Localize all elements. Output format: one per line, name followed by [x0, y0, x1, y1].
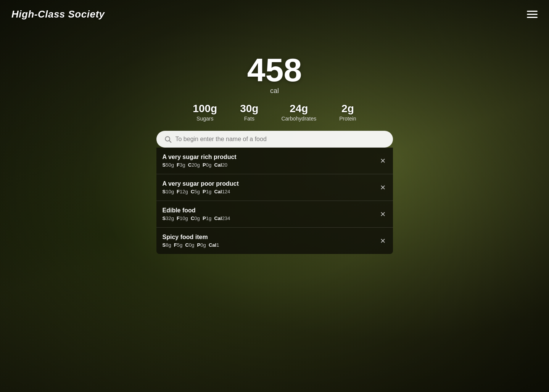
- food-list-item[interactable]: A very sugar poor product S10g F12g C5g …: [156, 174, 393, 201]
- carb-key: C: [191, 215, 194, 221]
- macro-name-fats: Fats: [244, 116, 254, 122]
- sugar-key: S: [163, 242, 166, 248]
- macro-item-protein: 2g Protein: [339, 103, 356, 122]
- menu-button[interactable]: [527, 11, 538, 18]
- hamburger-line-3: [527, 17, 538, 18]
- carb-key: C: [188, 162, 192, 168]
- cal-key: Cal: [214, 215, 222, 221]
- macro-item-sugars: 100g Sugars: [193, 103, 217, 122]
- search-icon: [164, 135, 172, 143]
- fat-key: F: [177, 189, 180, 194]
- food-item-macros: S8g F5g C0g P0g Cal1: [163, 242, 376, 248]
- food-item-name: A very sugar poor product: [163, 180, 376, 187]
- food-item-macros: S32g F10g C0g P1g Cal234: [163, 215, 376, 221]
- sugar-key: S: [163, 162, 166, 168]
- remove-food-button[interactable]: ✕: [378, 156, 388, 165]
- fat-key: F: [177, 162, 180, 168]
- food-list: A very sugar rich product S50g F3g C20g …: [156, 148, 393, 254]
- calorie-display: 458 cal: [247, 53, 302, 95]
- carb-key: C: [185, 242, 189, 248]
- macros-row: 100g Sugars 30g Fats 24g Carbohydrates 2…: [193, 103, 356, 122]
- food-list-item[interactable]: A very sugar rich product S50g F3g C20g …: [156, 148, 393, 174]
- app-title: High-Class Society: [11, 8, 105, 20]
- sugar-key: S: [163, 189, 166, 194]
- carb-key: C: [191, 189, 194, 194]
- food-list-item[interactable]: Edible food S32g F10g C0g P1g Cal234 ✕: [156, 201, 393, 228]
- search-box: [156, 131, 393, 148]
- protein-key: P: [197, 242, 201, 248]
- remove-food-button[interactable]: ✕: [378, 183, 388, 192]
- calorie-number: 458: [247, 53, 302, 86]
- cal-key: Cal: [209, 242, 216, 248]
- svg-line-1: [169, 141, 171, 143]
- macro-value-protein: 2g: [341, 103, 354, 115]
- app-header: High-Class Society: [0, 0, 549, 29]
- food-list-item[interactable]: Spicy food item S8g F5g C0g P0g Cal1 ✕: [156, 228, 393, 254]
- macro-name-sugars: Sugars: [196, 116, 213, 122]
- fat-key: F: [177, 215, 180, 221]
- remove-food-button[interactable]: ✕: [378, 210, 388, 219]
- cal-key: Cal: [214, 162, 222, 168]
- macro-item-carbohydrates: 24g Carbohydrates: [281, 103, 316, 122]
- food-item-name: Edible food: [163, 207, 376, 214]
- macro-value-sugars: 100g: [193, 103, 217, 115]
- cal-key: Cal: [214, 189, 222, 194]
- food-item-name: A very sugar rich product: [163, 154, 376, 161]
- fat-key: F: [174, 242, 177, 248]
- protein-key: P: [203, 162, 206, 168]
- calorie-label: cal: [247, 87, 302, 95]
- protein-key: P: [203, 189, 206, 194]
- remove-food-button[interactable]: ✕: [378, 236, 388, 246]
- macro-name-carbohydrates: Carbohydrates: [281, 116, 316, 122]
- sugar-key: S: [163, 215, 166, 221]
- hamburger-line-2: [527, 14, 538, 15]
- macro-name-protein: Protein: [339, 116, 356, 122]
- protein-key: P: [203, 215, 206, 221]
- main-content: 458 cal 100g Sugars 30g Fats 24g Carbohy…: [156, 53, 393, 254]
- food-item-name: Spicy food item: [163, 234, 376, 241]
- macro-value-carbohydrates: 24g: [290, 103, 308, 115]
- food-item-macros: S50g F3g C20g P0g Cal20: [163, 162, 376, 168]
- food-item-macros: S10g F12g C5g P1g Cal124: [163, 189, 376, 194]
- search-input[interactable]: [175, 136, 385, 143]
- macro-value-fats: 30g: [240, 103, 258, 115]
- hamburger-line-1: [527, 11, 538, 12]
- macro-item-fats: 30g Fats: [240, 103, 258, 122]
